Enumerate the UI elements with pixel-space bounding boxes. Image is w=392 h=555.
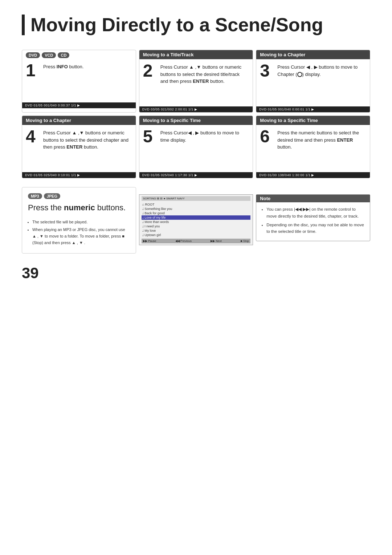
step-2-number: 2: [143, 62, 153, 80]
mp3-bullet-list: The selected file will be played. When p…: [28, 219, 130, 246]
screen-file-3: ♩ Love of my life: [142, 215, 251, 220]
step-4-footer: DVD 01/05 025/040 0:10:01 1/1 ▶: [22, 172, 136, 178]
note-bullet-1: You can press |◀◀ ▶▶| on the remote cont…: [266, 206, 366, 219]
step-3-box: Moving to a Chapter 3 Press Cursor ◀ , ▶…: [256, 50, 370, 113]
screen-file-4: ♩ More than words: [142, 220, 251, 224]
step-1-footer: DVD 01/05 001/040 0:00:37 1/1 ▶: [22, 102, 136, 108]
step-6-box: Moving to a Specific Time 6 Press the nu…: [256, 116, 370, 178]
step-6-content: 6 Press the numeric buttons to select th…: [256, 125, 370, 172]
screen-pause: ▶▶ Pause: [143, 239, 156, 243]
step-2-footer: DVD 03/05 021/002 2:00:01 1/1 ▶: [139, 106, 253, 112]
screen-file-1: ♩ Something like you: [142, 207, 251, 211]
dvd-badge: DVD: [26, 52, 40, 58]
note-header: Note: [256, 195, 370, 202]
step-2-box: Moving to a Title/Track 2 Press Cursor ▲…: [139, 50, 253, 113]
step-1-content: 1 Press INFO button.: [22, 59, 136, 102]
step-5-header: Moving to a Specific Time: [139, 116, 253, 125]
screen-footer: ▶▶ Pause ◀◀ Previous ▶▶ Next ■ Stop: [142, 239, 251, 243]
mp3-badge: MP3: [28, 193, 42, 199]
screen-file-5: ♩ I need you: [142, 224, 251, 228]
page-number: 39: [22, 264, 370, 282]
screen-file-2: ♩ Back for good: [142, 211, 251, 215]
screen-prev: ◀◀ Previous: [175, 239, 192, 243]
step-4-number: 4: [26, 128, 36, 145]
note-bullet-2: Depending on the disc, you may not be ab…: [266, 222, 366, 235]
step-5-text: Press Cursor◀ , ▶ buttons to move to tim…: [160, 129, 248, 143]
press-numeric-text: Press the numeric buttons.: [28, 203, 130, 213]
step-3-text: Press Cursor ◀ , ▶ buttons to move to Ch…: [277, 64, 365, 78]
step-1-box: DVD VCD CD 1 Press INFO button. DVD 01/0…: [22, 50, 136, 113]
step-2-content: 2 Press Cursor ▲ ,▼ buttons or numeric b…: [139, 59, 253, 106]
screen-header-text: SORTING ⊞ ⊟ ● SMART NAVY: [143, 197, 185, 200]
step-5-content: 5 Press Cursor◀ , ▶ buttons to move to t…: [139, 125, 253, 172]
step-6-footer: DVD 01/30 138/040 1:30:00 1/1 ▶: [256, 172, 370, 178]
step-3-footer: DVD 01/05 001/040 0:00:01 1/1 ▶: [256, 106, 370, 112]
screen-mockup-container: SORTING ⊞ ⊟ ● SMART NAVY ⌂ ROOT ♩ Someth…: [139, 187, 253, 254]
step-4-text: Press Cursor ▲ ,▼ buttons or numeric but…: [43, 129, 131, 151]
cd-badge: CD: [58, 52, 69, 58]
step-4-content: 4 Press Cursor ▲ ,▼ buttons or numeric b…: [22, 125, 136, 172]
step-2-header: Moving to a Title/Track: [139, 50, 253, 59]
step-6-number: 6: [260, 128, 270, 145]
step-4-header: Moving to a Chapter: [22, 116, 136, 125]
step-5-box: Moving to a Specific Time 5 Press Cursor…: [139, 116, 253, 178]
screen-mockup: SORTING ⊞ ⊟ ● SMART NAVY ⌂ ROOT ♩ Someth…: [139, 194, 253, 245]
screen-root: ⌂ ROOT: [142, 202, 251, 207]
step-3-content: 3 Press Cursor ◀ , ▶ buttons to move to …: [256, 59, 370, 106]
mp3-jpeg-section: MP3 JPEG Press the numeric buttons. The …: [22, 187, 136, 254]
step-2-text: Press Cursor ▲ ,▼ buttons or numeric but…: [160, 64, 248, 85]
bullet-2: When playing an MP3 or JPEG disc, you ca…: [32, 227, 130, 246]
screen-header: SORTING ⊞ ⊟ ● SMART NAVY: [142, 196, 251, 201]
step-5-number: 5: [143, 128, 153, 145]
step-1-number: 1: [26, 62, 36, 79]
jpeg-badge: JPEG: [44, 193, 60, 199]
step-3-number: 3: [260, 62, 270, 80]
step-1-text: Press INFO button.: [43, 63, 131, 70]
step-6-text: Press the numeric buttons to select the …: [277, 129, 365, 151]
screen-file-7: ♩ Uptown girl: [142, 233, 251, 237]
note-content: You can press |◀◀ ▶▶| on the remote cont…: [256, 202, 370, 241]
step-6-header: Moving to a Specific Time: [256, 116, 370, 125]
vcd-badge: VCD: [42, 52, 56, 58]
step-1-badges: DVD VCD CD: [22, 50, 136, 59]
steps-grid: DVD VCD CD 1 Press INFO button. DVD 01/0…: [22, 50, 370, 178]
note-box: Note You can press |◀◀ ▶▶| on the remote…: [256, 194, 370, 241]
step-5-footer: DVD 01/05 025/040 1:17:30 1/1 ▶: [139, 172, 253, 178]
screen-file-6: ♩ My love: [142, 228, 251, 233]
bullet-1: The selected file will be played.: [32, 219, 130, 226]
step-3-header: Moving to a Chapter: [256, 50, 370, 59]
screen-next: ▶▶ Next: [211, 239, 222, 243]
mp3-jpeg-badges: MP3 JPEG: [28, 193, 130, 199]
page-title: Moving Directly to a Scene/Song: [22, 15, 370, 35]
step-4-box: Moving to a Chapter 4 Press Cursor ▲ ,▼ …: [22, 116, 136, 178]
bottom-section: MP3 JPEG Press the numeric buttons. The …: [22, 187, 370, 254]
screen-stop: ■ Stop: [241, 239, 249, 243]
